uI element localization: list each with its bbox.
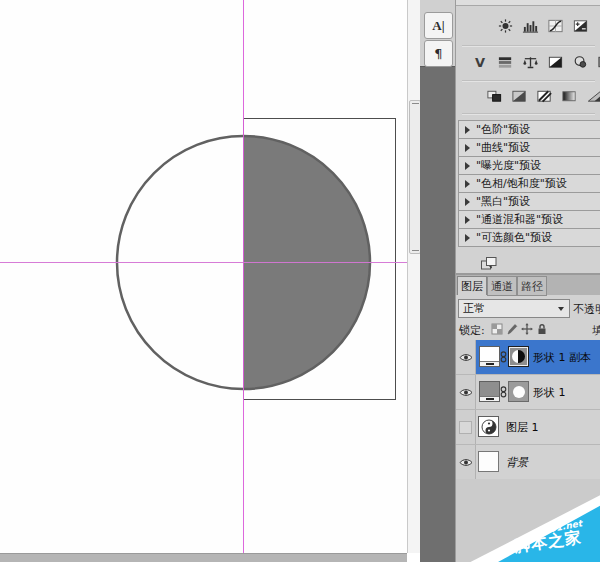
lock-position-button[interactable] <box>520 322 533 335</box>
disclosure-triangle-icon[interactable] <box>465 126 470 134</box>
chevron-down-icon <box>558 307 564 311</box>
disclosure-triangle-icon[interactable] <box>465 198 470 206</box>
layers-tabbar: 图层 通道 路径 <box>456 275 600 295</box>
posterize-button[interactable] <box>508 85 530 107</box>
tab-paths[interactable]: 路径 <box>517 276 547 296</box>
blend-mode-value: 正常 <box>463 301 558 316</box>
divider <box>462 80 595 82</box>
character-panel-icon: A| <box>432 18 444 34</box>
horizontal-scrollbar[interactable] <box>0 553 407 562</box>
character-panel-button[interactable]: A| <box>424 12 453 39</box>
tab-channels[interactable]: 通道 <box>487 276 517 296</box>
paragraph-panel-button[interactable]: ¶ <box>424 40 453 67</box>
selective-color-button[interactable] <box>583 85 600 107</box>
panel-dock-strip <box>420 0 455 562</box>
color-balance-button[interactable] <box>519 51 541 73</box>
layer-row-background[interactable]: 背景 <box>456 445 600 480</box>
divider <box>462 113 595 115</box>
canvas[interactable] <box>0 0 407 553</box>
layers-panel-empty-area <box>456 479 600 562</box>
disclosure-triangle-icon[interactable] <box>465 234 470 242</box>
visibility-toggle[interactable] <box>456 410 476 444</box>
preset-curves[interactable]: "曲线"预设 <box>458 138 600 157</box>
levels-icon <box>522 18 539 34</box>
layer-thumbnail[interactable] <box>478 451 499 472</box>
hue-saturation-button[interactable] <box>494 51 516 73</box>
disclosure-triangle-icon[interactable] <box>465 216 470 224</box>
disclosure-triangle-icon[interactable] <box>465 144 470 152</box>
black-white-icon <box>547 54 564 70</box>
eye-icon <box>459 388 473 397</box>
gradient-map-button[interactable] <box>558 85 580 107</box>
vertical-scrollbar[interactable] <box>407 0 421 553</box>
disclosure-triangle-icon[interactable] <box>465 162 470 170</box>
lock-transparency-button[interactable] <box>490 322 503 335</box>
shape-swatch-dash <box>486 398 494 400</box>
layer-name[interactable]: 形状 1 <box>533 385 566 400</box>
layer-name[interactable]: 图层 1 <box>506 420 539 435</box>
tab-label: 路径 <box>521 279 543 294</box>
layer-row-shape1-copy[interactable]: 形状 1 副本 <box>456 340 600 375</box>
color-balance-icon <box>522 54 539 70</box>
visibility-toggle[interactable] <box>456 375 476 409</box>
layer-name[interactable]: 背景 <box>506 455 528 470</box>
tab-label: 通道 <box>491 279 513 294</box>
tab-layers[interactable]: 图层 <box>457 276 487 295</box>
layer-thumbnail[interactable] <box>479 346 500 367</box>
preset-label: "色阶"预设 <box>476 122 530 137</box>
shape-swatch-dash <box>486 363 494 365</box>
channel-mixer-button[interactable] <box>594 51 600 73</box>
black-white-button[interactable] <box>544 51 566 73</box>
expanded-view-toggle-button[interactable] <box>480 256 500 272</box>
brightness-contrast-button[interactable] <box>494 15 516 37</box>
vibrance-icon: V <box>475 55 485 70</box>
lock-image-button[interactable] <box>505 322 518 335</box>
preset-label: "通道混和器"预设 <box>476 212 563 227</box>
curves-icon <box>547 18 564 34</box>
preset-black-white[interactable]: "黑白"预设 <box>458 192 600 211</box>
threshold-button[interactable] <box>533 85 555 107</box>
fill-label: 填充: <box>592 323 600 338</box>
preset-levels[interactable]: "色阶"预设 <box>458 120 600 139</box>
eye-icon <box>459 458 473 467</box>
layer-row-layer1[interactable]: 图层 1 <box>456 410 600 445</box>
preset-selective-color[interactable]: "可选颜色"预设 <box>458 228 600 247</box>
visibility-toggle[interactable] <box>456 445 476 479</box>
mask-circle <box>512 350 525 363</box>
vibrance-button[interactable]: V <box>469 51 491 73</box>
tab-label: 图层 <box>461 279 483 294</box>
layer-name[interactable]: 形状 1 副本 <box>533 350 591 365</box>
preset-label: "可选颜色"预设 <box>476 230 552 245</box>
preset-channel-mixer[interactable]: "通道混和器"预设 <box>458 210 600 229</box>
preset-label: "色相/饱和度"预设 <box>476 176 567 191</box>
vector-mask-thumbnail[interactable] <box>508 381 529 402</box>
blend-mode-select[interactable]: 正常 <box>458 299 570 318</box>
lock-transparency-icon <box>491 323 503 335</box>
channel-mixer-icon <box>597 54 600 70</box>
eye-icon <box>459 353 473 362</box>
link-icon <box>500 386 507 398</box>
brightness-contrast-icon <box>497 18 514 34</box>
preset-label: "曲线"预设 <box>476 140 530 155</box>
lock-all-button[interactable] <box>535 322 548 335</box>
hue-saturation-icon <box>497 54 514 70</box>
move-icon <box>521 323 533 335</box>
levels-button[interactable] <box>519 15 541 37</box>
photoshop-window: A| ¶ V <box>0 0 600 562</box>
disclosure-triangle-icon[interactable] <box>465 180 470 188</box>
visibility-toggle[interactable] <box>456 340 476 374</box>
exposure-button[interactable] <box>569 15 591 37</box>
photo-filter-button[interactable] <box>569 51 591 73</box>
panel-header-strip[interactable] <box>456 0 600 6</box>
eye-empty-icon <box>459 421 472 434</box>
preset-hue-saturation[interactable]: "色相/饱和度"预设 <box>458 174 600 193</box>
vector-mask-thumbnail[interactable] <box>508 346 529 367</box>
preset-exposure[interactable]: "曝光度"预设 <box>458 156 600 175</box>
layer-thumbnail[interactable] <box>478 416 499 437</box>
curves-button[interactable] <box>544 15 566 37</box>
invert-button[interactable] <box>483 85 505 107</box>
layer-thumbnail[interactable] <box>479 381 500 402</box>
lock-icon <box>536 323 548 335</box>
paragraph-panel-icon: ¶ <box>434 46 442 61</box>
layer-row-shape1[interactable]: 形状 1 <box>456 375 600 410</box>
